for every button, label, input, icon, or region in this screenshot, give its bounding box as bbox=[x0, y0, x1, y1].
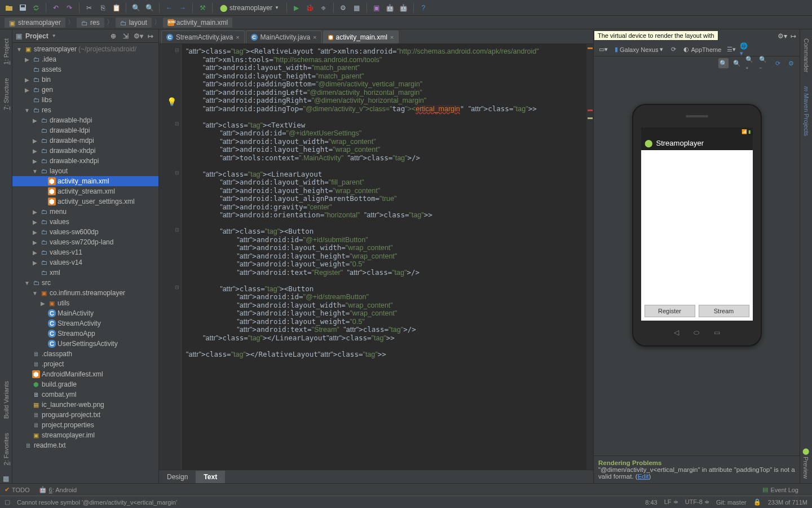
line-separator[interactable]: LF ≑ bbox=[664, 498, 678, 506]
tree-row[interactable]: ▣streamoplayer.iml bbox=[12, 430, 158, 440]
code-editor[interactable]: "attr">class="tag"><RelativeLayout "attr… bbox=[182, 44, 586, 470]
theme-selector[interactable]: ◐AppTheme bbox=[682, 45, 723, 54]
tree-row[interactable]: 🗎project.properties bbox=[12, 420, 158, 430]
zoom-actual-icon[interactable]: 🔍 bbox=[732, 58, 742, 68]
text-tab[interactable]: Text bbox=[196, 471, 225, 483]
back-icon[interactable]: ← bbox=[164, 2, 175, 14]
side-tab-preview[interactable]: ⬤ Preview bbox=[801, 443, 811, 483]
hide-icon[interactable]: ↦ bbox=[791, 32, 796, 40]
edit-link[interactable]: Edit bbox=[638, 473, 649, 480]
device-selector[interactable]: ▭▾ bbox=[597, 45, 610, 54]
monitor-icon[interactable]: ▣ bbox=[371, 2, 382, 14]
fold-icon[interactable]: ⊟ bbox=[175, 47, 179, 53]
find-icon[interactable]: 🔍 bbox=[130, 2, 142, 14]
make-icon[interactable]: ⚒ bbox=[197, 2, 208, 14]
crumb-file[interactable]: xmlactivity_main.xml bbox=[163, 17, 232, 28]
tree-row[interactable]: ⬢build.gradle bbox=[12, 379, 158, 389]
gear-icon[interactable]: ⚙▾ bbox=[778, 32, 787, 40]
sync-icon[interactable] bbox=[30, 2, 42, 14]
side-tab-favorites[interactable]: 2: Favorites bbox=[2, 428, 11, 470]
tree-row[interactable]: 🗀drawable-ldpi bbox=[12, 125, 158, 135]
api-selector[interactable]: ☰▾ bbox=[726, 45, 736, 55]
gear-icon[interactable]: ⚙▾ bbox=[134, 32, 143, 41]
side-tab-project[interactable]: 1: Project bbox=[2, 34, 11, 69]
tree-row[interactable]: ▼🗀res bbox=[12, 105, 158, 115]
editor-gutter[interactable]: 💡 ⊟ ⊟ ⊟ ⊟ ⊟ bbox=[159, 44, 182, 470]
sdk-icon[interactable]: ▦ bbox=[351, 2, 363, 14]
tree-row[interactable]: ▼🗀src bbox=[12, 278, 158, 288]
device-name[interactable]: ▮Galaxy Nexus▾ bbox=[613, 45, 665, 54]
git-branch[interactable]: Git: master bbox=[716, 499, 747, 506]
crumb-project[interactable]: ▣streamoplayer bbox=[5, 17, 65, 28]
help-icon[interactable]: ? bbox=[418, 2, 429, 14]
close-icon[interactable]: × bbox=[313, 34, 316, 41]
tab-activity-main[interactable]: ⬢activity_main.xml× bbox=[323, 30, 399, 43]
copy-icon[interactable]: ⎘ bbox=[97, 2, 108, 14]
fold-icon[interactable]: ⊟ bbox=[175, 284, 179, 290]
hide-icon[interactable]: ↦ bbox=[146, 32, 155, 41]
tree-row[interactable]: ▶🗀menu bbox=[12, 207, 158, 217]
tree-row[interactable]: ▶🗀.idea bbox=[12, 54, 158, 64]
cut-icon[interactable]: ✂ bbox=[83, 2, 95, 14]
android-tab[interactable]: 🤖6: Android bbox=[39, 486, 77, 493]
tree-row[interactable]: ▼🗀layout bbox=[12, 166, 158, 176]
tool-windows-icon[interactable]: ▦ bbox=[2, 474, 11, 483]
tree-row[interactable]: CUserSettingsActivity bbox=[12, 339, 158, 349]
tree-row[interactable]: 🗎readme.txt bbox=[12, 440, 158, 450]
collapse-icon[interactable]: ⇲ bbox=[121, 32, 130, 41]
debug-icon[interactable]: 🐞 bbox=[304, 2, 316, 14]
zoom-out-icon[interactable]: 🔍₋ bbox=[759, 58, 769, 68]
save-icon[interactable] bbox=[17, 2, 28, 14]
tree-row[interactable]: 🗎proguard-project.txt bbox=[12, 410, 158, 420]
tree-row[interactable]: ⬢activity_stream.xml bbox=[12, 186, 158, 196]
crumb-layout[interactable]: 🗀layout bbox=[116, 17, 152, 28]
lock-icon[interactable]: 🔒 bbox=[753, 498, 761, 506]
side-tab-maven[interactable]: m Maven Projects bbox=[802, 82, 811, 141]
side-tab-structure[interactable]: 7: Structure bbox=[2, 73, 11, 115]
android-icon[interactable]: 🤖 bbox=[385, 2, 396, 14]
tree-row[interactable]: ▶🗀values-v14 bbox=[12, 257, 158, 268]
tree-row[interactable]: ⬢activity_user_settings.xml bbox=[12, 196, 158, 207]
tree-row[interactable]: ▶🗀values-sw720dp-land bbox=[12, 237, 158, 247]
orientation-icon[interactable]: ⟳ bbox=[668, 45, 678, 55]
run-config-selector[interactable]: ⬤ streamoplayer ▼ bbox=[217, 3, 283, 13]
todo-tab[interactable]: ✔TODO bbox=[5, 486, 30, 493]
side-tab-build-variants[interactable]: Build Variants bbox=[2, 376, 11, 423]
tree-row[interactable]: 🗀xml bbox=[12, 268, 158, 278]
tree-row[interactable]: ▦ic_launcher-web.png bbox=[12, 400, 158, 410]
tab-mainactivity[interactable]: CMainActivity.java× bbox=[246, 30, 322, 43]
tree-row[interactable]: ▶🗀values-sw600dp bbox=[12, 227, 158, 237]
android-icon-2[interactable]: 🤖 bbox=[398, 2, 409, 14]
project-view-icon[interactable]: ▣ bbox=[16, 32, 22, 40]
side-tab-commander[interactable]: Commander bbox=[802, 34, 811, 77]
tree-row[interactable]: ▼▣streamoplayer (~/projects/android/ bbox=[12, 44, 158, 54]
tree-row[interactable]: ▶🗀gen bbox=[12, 85, 158, 95]
tree-row[interactable]: ⬢activity_main.xml bbox=[12, 176, 158, 186]
settings-icon[interactable]: ⚙ bbox=[786, 58, 796, 68]
event-log-tab[interactable]: ▤Event Log bbox=[762, 486, 798, 493]
tree-row[interactable]: ▶🗀values-v11 bbox=[12, 247, 158, 257]
tree-row[interactable]: ▶🗀drawable-xxhdpi bbox=[12, 156, 158, 166]
replace-icon[interactable]: 🔍 bbox=[144, 2, 155, 14]
tree-row[interactable]: ▶🗀drawable-mdpi bbox=[12, 135, 158, 146]
forward-icon[interactable]: → bbox=[177, 2, 188, 14]
memory-indicator[interactable]: 233M of 711M bbox=[768, 499, 807, 506]
crumb-res[interactable]: 🗀res bbox=[77, 17, 104, 28]
tab-streamactivity[interactable]: CStreamActivity.java× bbox=[161, 30, 245, 43]
attach-debug-icon[interactable]: ⎆ bbox=[318, 2, 329, 14]
locale-icon[interactable]: 🌐▾ bbox=[740, 45, 750, 55]
avd-icon[interactable]: ⚙ bbox=[338, 2, 349, 14]
zoom-in-icon[interactable]: 🔍₊ bbox=[745, 58, 756, 68]
encoding[interactable]: UTF-8 ≑ bbox=[685, 498, 709, 506]
tree-row[interactable]: ▶▣utils bbox=[12, 298, 158, 308]
marker-bar[interactable] bbox=[586, 44, 593, 470]
zoom-fit-icon[interactable]: 🔍 bbox=[718, 58, 729, 68]
tree-row[interactable]: ▶🗀values bbox=[12, 217, 158, 227]
intention-bulb-icon[interactable]: 💡 bbox=[167, 97, 176, 106]
undo-icon[interactable]: ↶ bbox=[50, 2, 61, 14]
fold-icon[interactable]: ⊟ bbox=[175, 227, 179, 233]
tree-row[interactable]: ▶🗀drawable-xhdpi bbox=[12, 146, 158, 156]
tree-row[interactable]: CMainActivity bbox=[12, 308, 158, 318]
project-tree[interactable]: ▼▣streamoplayer (~/projects/android/▶🗀.i… bbox=[12, 43, 158, 483]
tree-row[interactable]: 🗀assets bbox=[12, 64, 158, 75]
